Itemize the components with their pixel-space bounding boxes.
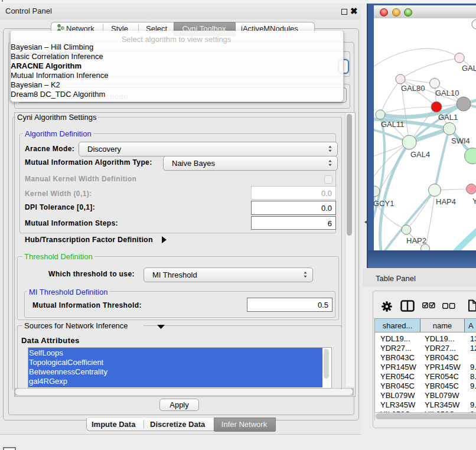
svg-text:HAP2: HAP2 (406, 236, 426, 245)
svg-text:GAL1: GAL1 (438, 113, 458, 122)
svg-text:GAL80: GAL80 (401, 84, 425, 93)
svg-text:SWI4: SWI4 (451, 136, 470, 145)
svg-text:GAL11: GAL11 (381, 120, 405, 129)
svg-text:GAL: GAL (462, 64, 476, 73)
svg-text:GAL4: GAL4 (410, 150, 430, 159)
svg-text:GAL10: GAL10 (435, 89, 459, 97)
svg-text:HAP4: HAP4 (436, 197, 456, 206)
svg-text:GCY1: GCY1 (374, 199, 394, 208)
svg-text:Y: Y (472, 197, 476, 206)
